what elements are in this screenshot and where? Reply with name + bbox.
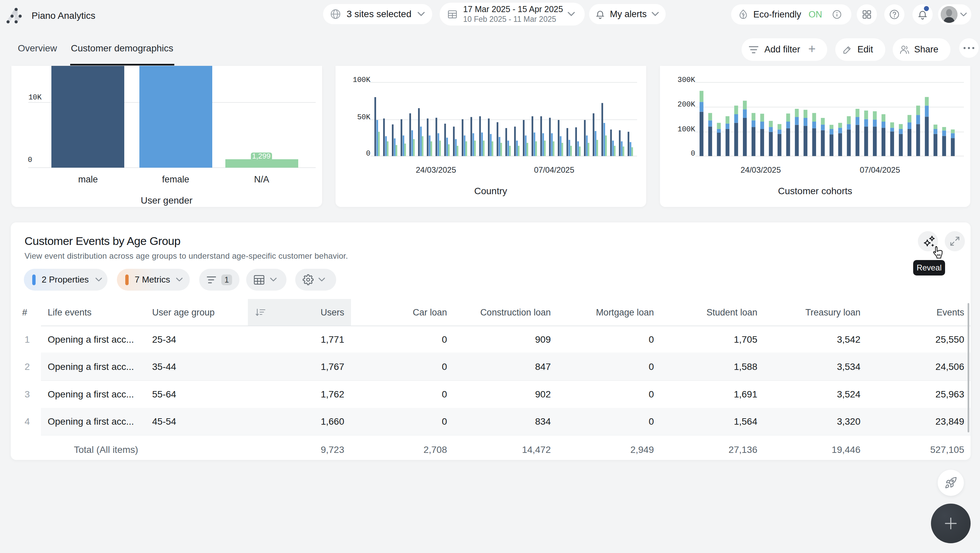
svg-text:24/03/2025: 24/03/2025 — [416, 165, 456, 174]
svg-text:50K: 50K — [357, 113, 371, 122]
svg-text:100K: 100K — [678, 125, 695, 134]
svg-text:0: 0 — [28, 156, 32, 164]
svg-text:User gender: User gender — [141, 195, 192, 206]
svg-text:07/04/2025: 07/04/2025 — [534, 165, 574, 174]
svg-text:1,299: 1,299 — [252, 152, 270, 160]
svg-text:Country: Country — [474, 186, 507, 196]
svg-text:300K: 300K — [678, 76, 695, 84]
svg-text:24/03/2025: 24/03/2025 — [741, 165, 781, 174]
svg-text:200K: 200K — [678, 100, 695, 109]
svg-text:100K: 100K — [353, 76, 371, 84]
svg-text:Customer cohorts: Customer cohorts — [778, 186, 853, 196]
svg-text:0: 0 — [691, 150, 695, 158]
svg-text:0: 0 — [366, 150, 371, 158]
svg-text:female: female — [162, 174, 189, 185]
svg-text:male: male — [78, 174, 98, 185]
svg-text:10K: 10K — [28, 93, 41, 102]
svg-text:07/04/2025: 07/04/2025 — [860, 165, 900, 174]
svg-text:N/A: N/A — [254, 174, 269, 185]
